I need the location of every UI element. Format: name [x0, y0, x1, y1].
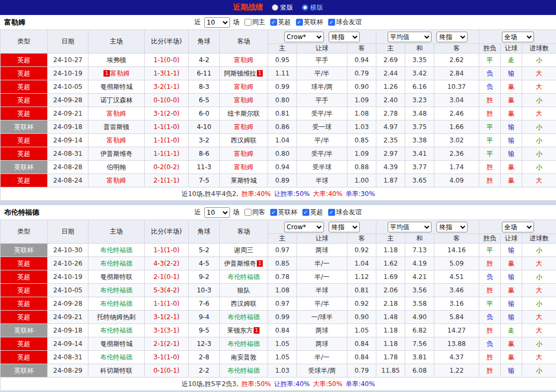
team-name[interactable]: 富勒姆: [107, 110, 126, 117]
team-name[interactable]: 布伦特福德: [100, 260, 132, 267]
checkbox-icon[interactable]: [244, 209, 251, 216]
score-cell[interactable]: 3-2(1-1): [145, 80, 189, 94]
home-team-cell: 布伦特福德: [88, 351, 145, 364]
bookmaker-select[interactable]: Crow*: [284, 32, 324, 42]
team-name[interactable]: 富勒姆: [234, 96, 254, 104]
score-cell[interactable]: 2-1(1-1): [145, 174, 189, 187]
team-name[interactable]: 富勒姆: [234, 83, 254, 91]
team-name[interactable]: 阿斯顿维拉: [224, 70, 256, 77]
score-cell[interactable]: 4-3(2-2): [145, 257, 189, 270]
team-name[interactable]: 伊普斯维奇: [100, 150, 132, 157]
layout-horizontal-radio[interactable]: 横版: [302, 3, 323, 12]
team-name[interactable]: 曼彻斯特城: [100, 83, 132, 91]
bookmaker-select[interactable]: Crow*: [284, 222, 324, 232]
match-count-select[interactable]: 10: [204, 207, 230, 218]
team-name[interactable]: 狼队: [238, 287, 250, 294]
team-name[interactable]: 谢周三: [234, 246, 254, 254]
date-cell: 24-09-14: [48, 337, 88, 351]
team-name[interactable]: 布伦特福德: [100, 246, 132, 254]
score-cell[interactable]: 1-1(1-1): [145, 147, 189, 161]
score-cell[interactable]: 3-1(2-1): [145, 311, 189, 324]
score-cell[interactable]: 0-1(0-0): [145, 94, 189, 107]
result-handicap: 输: [501, 364, 522, 378]
team-name[interactable]: 布伦特福德: [100, 353, 132, 361]
euro-final-index-select[interactable]: 终指: [436, 222, 468, 232]
col-header-home: 主场: [88, 220, 145, 244]
period-select[interactable]: 全场: [502, 32, 534, 42]
checkbox-icon[interactable]: [270, 209, 277, 216]
score-cell[interactable]: 1-1(1-0): [145, 134, 189, 147]
euro-home-odds: 1.62: [376, 257, 405, 270]
team-name[interactable]: 托特纳姆热刺: [97, 313, 136, 321]
team-name[interactable]: 伊普斯维奇: [224, 260, 256, 267]
score-cell[interactable]: 3-1(3-1): [145, 324, 189, 337]
radio-icon[interactable]: [302, 4, 308, 11]
score-cell[interactable]: 0-2(0-2): [145, 161, 189, 174]
team-name[interactable]: 莱斯特城: [231, 177, 257, 184]
checkbox-icon[interactable]: [328, 209, 335, 216]
score-cell[interactable]: 1-1(0-0): [145, 54, 189, 67]
team-name[interactable]: 富勒姆: [107, 177, 126, 184]
team-name[interactable]: 布伦特福德: [100, 327, 132, 334]
team-name[interactable]: 富勒姆: [234, 56, 254, 64]
team-name[interactable]: 普雷斯顿: [103, 123, 129, 131]
team-name[interactable]: 布伦特福德: [228, 367, 260, 374]
result-goals: 大: [522, 311, 556, 324]
team-name[interactable]: 布伦特福德: [228, 273, 260, 281]
team-name[interactable]: 诺丁汉森林: [100, 96, 132, 104]
score-cell[interactable]: 1-3(1-1): [145, 67, 189, 80]
layout-vertical-radio[interactable]: 竖版: [272, 3, 293, 12]
match-rows: 英联杯24-10-30布伦特福德1-1(1-0)5-2谢周三0.97两球0.92…: [1, 244, 556, 378]
team-name[interactable]: 埃弗顿: [107, 56, 126, 64]
score-cell[interactable]: 3-1(1-0): [145, 351, 189, 364]
filter-league-2[interactable]: 英超: [302, 208, 323, 217]
radio-label: 竖版: [280, 3, 293, 12]
team-name[interactable]: 富勒姆: [234, 150, 254, 157]
score-cell[interactable]: 3-1(2-0): [145, 107, 189, 120]
team-name[interactable]: 纽卡斯尔联: [228, 110, 260, 117]
filter-friendly[interactable]: 球会友谊: [328, 18, 362, 27]
team-name[interactable]: 莱顿东方: [227, 327, 253, 334]
team-name[interactable]: 南安普敦: [231, 353, 257, 361]
team-name[interactable]: 西汉姆联: [231, 137, 257, 144]
checkbox-icon[interactable]: [296, 19, 303, 26]
filter-same-venue[interactable]: 同客: [244, 208, 265, 217]
team-name[interactable]: 富勒姆: [107, 137, 126, 144]
checkbox-icon[interactable]: [302, 209, 309, 216]
checkbox-icon[interactable]: [328, 19, 335, 26]
filter-same-venue[interactable]: 同主: [244, 18, 265, 27]
score-cell[interactable]: 2-1(2-1): [145, 337, 189, 351]
team-name[interactable]: 科切斯特联: [100, 367, 132, 374]
team-name[interactable]: 曼彻斯特城: [100, 340, 132, 348]
score-cell[interactable]: 1-1(1-0): [145, 297, 189, 311]
team-name[interactable]: 布伦特福德: [228, 340, 260, 348]
team-name[interactable]: 伯明翰: [107, 163, 126, 171]
team-name[interactable]: 曼彻斯特联: [100, 273, 132, 281]
team-name[interactable]: 富勒姆: [234, 163, 254, 171]
asian-final-index-select[interactable]: 终指: [329, 32, 360, 42]
period-select[interactable]: 全场: [502, 222, 534, 232]
score-cell[interactable]: 0-1(0-1): [145, 364, 189, 378]
checkbox-icon[interactable]: [270, 19, 277, 26]
match-count-select[interactable]: 10: [204, 17, 230, 28]
average-select[interactable]: 平均值: [388, 32, 432, 42]
score-cell[interactable]: 1-1(1-0): [145, 120, 189, 134]
average-select[interactable]: 平均值: [388, 222, 432, 232]
asian-final-index-select[interactable]: 终指: [329, 222, 360, 232]
filter-league-1[interactable]: 英超: [270, 18, 291, 27]
team-name[interactable]: 富勒姆: [110, 70, 130, 77]
team-name[interactable]: 布伦特福德: [228, 313, 260, 321]
checkbox-icon[interactable]: [244, 19, 251, 26]
score-cell[interactable]: 2-1(0-1): [145, 270, 189, 284]
team-name[interactable]: 布伦特福德: [100, 300, 132, 307]
team-name[interactable]: 富勒姆: [234, 123, 254, 131]
euro-final-index-select[interactable]: 终指: [436, 32, 468, 42]
filter-league-2[interactable]: 英联杯: [296, 18, 323, 27]
filter-league-1[interactable]: 英联杯: [270, 208, 298, 217]
filter-friendly[interactable]: 球会友谊: [328, 208, 362, 217]
radio-icon[interactable]: [272, 4, 278, 11]
score-cell[interactable]: 5-3(4-2): [145, 284, 189, 297]
score-cell[interactable]: 1-1(1-0): [145, 244, 189, 257]
team-name[interactable]: 西汉姆联: [231, 300, 257, 307]
team-name[interactable]: 布伦特福德: [100, 287, 132, 294]
